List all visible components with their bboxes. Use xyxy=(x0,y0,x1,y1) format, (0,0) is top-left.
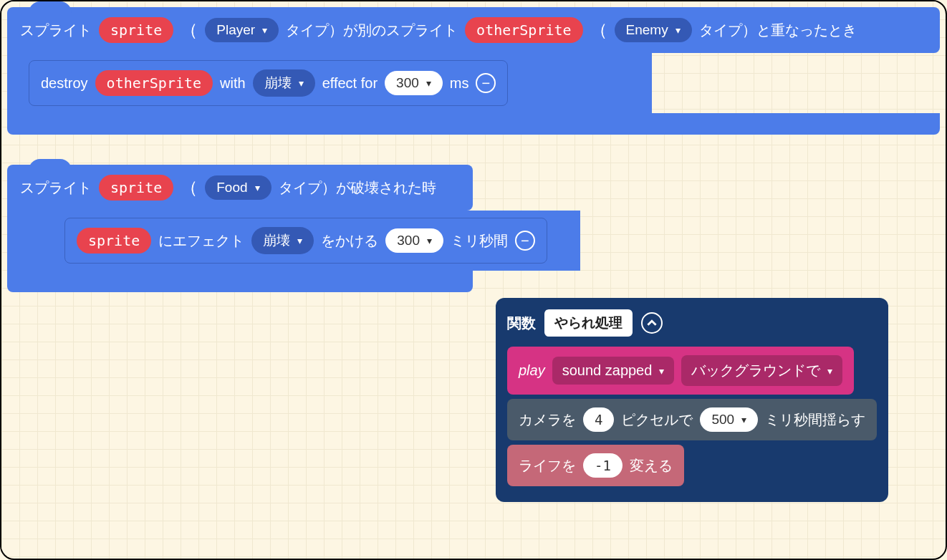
destroy-var[interactable]: otherSprite xyxy=(95,70,213,96)
text: 変える xyxy=(630,456,673,475)
kind-player-dropdown[interactable]: Player xyxy=(205,18,279,42)
camera-shake-block[interactable]: カメラを 4 ピクセルで 500 ミリ秒間揺らす xyxy=(507,399,877,440)
text: タイプ）が別のスプライト xyxy=(286,21,458,40)
text: タイプ）が破壊された時 xyxy=(279,178,436,198)
text: effect for xyxy=(322,75,378,92)
change-life-block[interactable]: ライフを -1 変える xyxy=(507,445,684,486)
text: スプライト xyxy=(20,21,92,40)
function-block[interactable]: 関数 やられ処理 play sound zapped バックグラウンドで カメラ… xyxy=(496,298,888,502)
overlap-event-block[interactable]: スプライト sprite （ Player タイプ）が別のスプライト other… xyxy=(7,7,940,135)
paren: （ xyxy=(181,19,198,42)
text: ライフを xyxy=(519,456,576,475)
text: タイプ）と重なったとき xyxy=(699,21,857,40)
minus-icon[interactable]: − xyxy=(515,231,535,251)
othersprite-var[interactable]: otherSprite xyxy=(465,17,582,43)
paren: （ xyxy=(181,176,198,199)
kind-food-dropdown[interactable]: Food xyxy=(205,175,271,200)
shake-ms-dropdown[interactable]: 500 xyxy=(700,407,758,432)
text: にエフェクト xyxy=(158,231,244,251)
destroy-block[interactable]: destroy otherSprite with 崩壊 effect for 3… xyxy=(29,60,508,106)
text: with xyxy=(220,75,246,92)
text: ミリ秒間 xyxy=(451,231,508,251)
paren: （ xyxy=(590,19,607,42)
sprite-var[interactable]: sprite xyxy=(99,17,173,43)
function-header: 関数 やられ処理 xyxy=(507,309,877,337)
c-body: destroy otherSprite with 崩壊 effect for 3… xyxy=(7,53,652,113)
text: をかける xyxy=(321,231,378,251)
c-footer xyxy=(7,271,473,292)
kind-enemy-dropdown[interactable]: Enemy xyxy=(615,18,692,42)
effect-block[interactable]: sprite にエフェクト 崩壊 をかける 300 ミリ秒間 − xyxy=(64,218,547,264)
c-body: sprite にエフェクト 崩壊 をかける 300 ミリ秒間 − xyxy=(7,211,580,271)
duration-dropdown[interactable]: 300 xyxy=(385,71,443,95)
sprite-var[interactable]: sprite xyxy=(99,175,173,201)
pixels-input[interactable]: 4 xyxy=(583,407,614,432)
text: play xyxy=(519,362,545,379)
effect-dropdown[interactable]: 崩壊 xyxy=(251,227,314,254)
overlap-hat: スプライト sprite （ Player タイプ）が別のスプライト other… xyxy=(7,7,940,53)
minus-icon[interactable]: − xyxy=(476,73,496,93)
life-delta-input[interactable]: -1 xyxy=(583,453,622,478)
sprite-var[interactable]: sprite xyxy=(77,228,151,254)
play-sound-block[interactable]: play sound zapped バックグラウンドで xyxy=(507,347,854,395)
c-footer xyxy=(7,113,940,135)
sound-dropdown[interactable]: sound zapped xyxy=(552,357,675,385)
function-name[interactable]: やられ処理 xyxy=(544,309,633,337)
text: destroy xyxy=(41,75,88,92)
text: ピクセルで xyxy=(621,410,693,430)
text: ミリ秒間揺らす xyxy=(765,410,865,430)
destroyed-event-block[interactable]: スプライト sprite （ Food タイプ）が破壊された時 sprite に… xyxy=(7,165,580,292)
text: スプライト xyxy=(20,178,92,198)
function-label: 関数 xyxy=(507,314,536,333)
destroyed-hat: スプライト sprite （ Food タイプ）が破壊された時 xyxy=(7,165,473,211)
play-mode-dropdown[interactable]: バックグラウンドで xyxy=(681,355,842,386)
duration-dropdown[interactable]: 300 xyxy=(385,228,443,253)
text: カメラを xyxy=(519,410,576,430)
text: ms xyxy=(450,75,469,92)
chevron-up-icon[interactable] xyxy=(641,312,663,334)
effect-dropdown[interactable]: 崩壊 xyxy=(253,69,315,97)
